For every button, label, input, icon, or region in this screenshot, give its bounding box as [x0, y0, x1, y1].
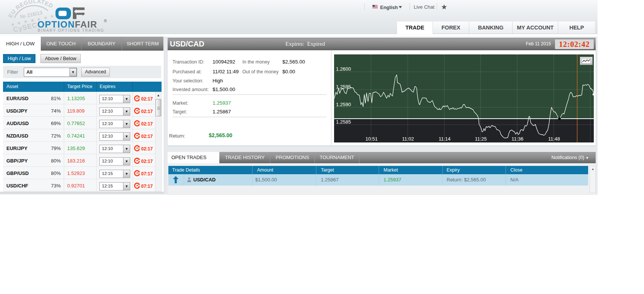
svg-text:11:02: 11:02	[402, 136, 414, 142]
svg-text:11:36: 11:36	[512, 136, 524, 142]
svg-text:11:48: 11:48	[548, 136, 560, 142]
svg-text:11:25: 11:25	[475, 136, 487, 142]
svg-text:1.2600: 1.2600	[336, 66, 351, 72]
svg-text:®: ®	[104, 19, 107, 23]
svg-text:OPTIONFAIR: OPTIONFAIR	[37, 19, 97, 29]
svg-text:1.2590: 1.2590	[336, 102, 351, 107]
svg-text:BINARY OPTIONS TRADING: BINARY OPTIONS TRADING	[38, 28, 104, 32]
svg-text:★: ★	[50, 14, 54, 19]
svg-text:10:51: 10:51	[365, 136, 378, 142]
svg-text:1.2585: 1.2585	[336, 119, 351, 125]
svg-text:11:14: 11:14	[439, 136, 451, 142]
